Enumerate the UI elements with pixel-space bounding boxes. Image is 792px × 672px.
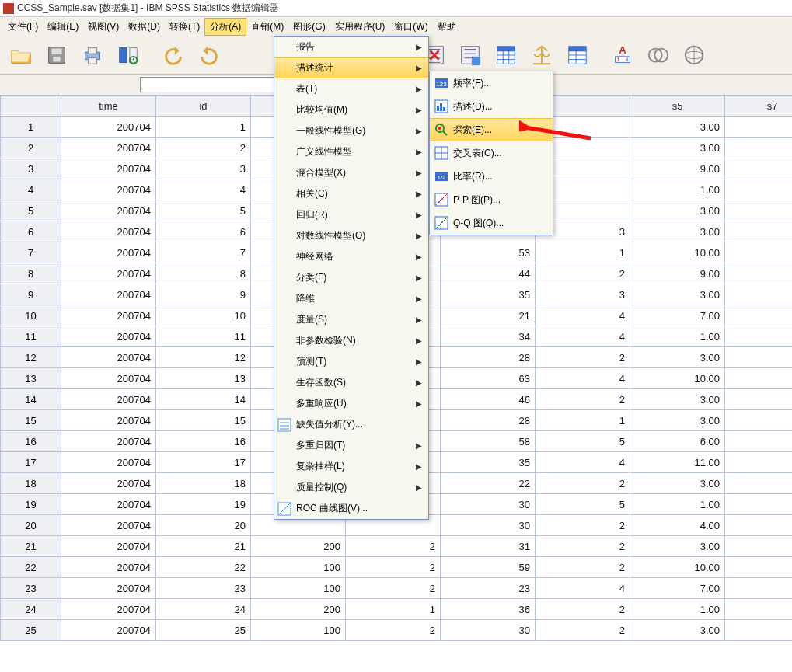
menu-analyze[interactable]: 分析(A) [204, 18, 246, 36]
menu-item[interactable]: 回归(R)▶ [274, 204, 428, 225]
cell[interactable]: 53 [441, 242, 536, 263]
menu-item[interactable]: 生存函数(S)▶ [274, 372, 428, 393]
cell[interactable]: 200704 [61, 515, 156, 536]
cell[interactable]: 2 [725, 158, 793, 179]
cell[interactable]: 23 [156, 578, 251, 599]
cell[interactable]: 5 [536, 494, 630, 515]
cell[interactable]: 11 [156, 326, 251, 347]
cell[interactable]: 2 [156, 138, 251, 158]
menu-item[interactable]: 度量(S)▶ [274, 309, 428, 330]
cell[interactable]: 28 [441, 410, 536, 431]
cell[interactable]: 2 [346, 536, 441, 557]
submenu-item[interactable]: 描述(D)... [430, 95, 553, 118]
cell[interactable]: 200704 [61, 179, 156, 200]
cell[interactable]: 36 [441, 599, 536, 620]
cell[interactable]: 8 [156, 263, 251, 284]
cell[interactable]: 1 [725, 200, 793, 221]
cell[interactable]: 200704 [61, 138, 156, 158]
cell[interactable]: 3 [156, 158, 251, 179]
cell[interactable]: 3.00 [630, 410, 725, 431]
cell[interactable]: 22 [156, 557, 251, 578]
menu-item[interactable]: 降维▶ [274, 288, 428, 309]
cell[interactable]: 200704 [61, 494, 156, 515]
menu-item[interactable]: 缺失值分析(Y)... [274, 414, 428, 435]
menu-view[interactable]: 视图(V) [83, 19, 124, 35]
cell[interactable]: 2 [536, 473, 630, 494]
menu-item[interactable]: 对数线性模型(O)▶ [274, 225, 428, 246]
cell[interactable]: 28 [441, 347, 536, 368]
row-header[interactable]: 7 [1, 242, 61, 263]
cell[interactable]: 2 [536, 389, 630, 410]
cell[interactable]: 10.00 [630, 242, 725, 263]
cell[interactable]: 5 [156, 200, 251, 221]
cell[interactable]: 3.00 [630, 200, 725, 221]
menu-item[interactable]: 分类(F)▶ [274, 267, 428, 288]
cell[interactable]: 1.00 [630, 599, 725, 620]
cell[interactable]: 23 [441, 578, 536, 599]
cell[interactable]: 200704 [61, 452, 156, 473]
row-header[interactable]: 4 [1, 179, 61, 200]
cell[interactable]: 3.00 [630, 389, 725, 410]
cell[interactable]: 3.00 [630, 620, 725, 641]
menu-help[interactable]: 帮助 [433, 19, 461, 35]
cell[interactable]: 200704 [61, 347, 156, 368]
submenu-item[interactable]: Q-Q 图(Q)... [430, 211, 553, 235]
submenu-item[interactable]: 交叉表(C)... [430, 141, 553, 165]
menu-item[interactable]: 混合模型(X)▶ [274, 162, 428, 183]
menu-item[interactable]: 复杂抽样(L)▶ [274, 456, 428, 477]
cell[interactable]: 7.00 [630, 305, 725, 326]
menu-window[interactable]: 窗口(W) [389, 19, 432, 35]
cell[interactable]: 2 [346, 557, 441, 578]
cell[interactable]: 1 [536, 242, 630, 263]
cell[interactable]: 9.00 [630, 263, 725, 284]
row-header[interactable]: 3 [1, 158, 61, 179]
cell[interactable]: 200704 [61, 200, 156, 221]
row-header[interactable]: 20 [1, 515, 61, 536]
cell[interactable]: 2 [536, 347, 630, 368]
menu-file[interactable]: 文件(F) [3, 19, 43, 35]
menu-graphs[interactable]: 图形(G) [288, 19, 330, 35]
menu-item[interactable]: 一般线性模型(G)▶ [274, 120, 428, 141]
cell[interactable]: 63 [441, 368, 536, 389]
col-header[interactable]: s5 [630, 96, 725, 117]
table-button[interactable] [490, 40, 522, 71]
row-header[interactable]: 17 [1, 452, 61, 473]
row-header[interactable]: 6 [1, 221, 61, 242]
cell[interactable]: 2 [725, 138, 793, 158]
menu-transform[interactable]: 转换(T) [165, 19, 204, 35]
row-header[interactable]: 1 [1, 117, 61, 138]
cell[interactable]: 1 [725, 284, 793, 305]
cell[interactable]: 100 [251, 578, 346, 599]
cell[interactable]: 16 [156, 431, 251, 452]
cell[interactable]: 200704 [61, 578, 156, 599]
menu-item[interactable]: ROC 曲线图(V)... [274, 498, 428, 519]
menu-edit[interactable]: 编辑(E) [43, 19, 83, 35]
redo-button[interactable] [193, 40, 225, 71]
cell[interactable]: 4 [536, 578, 630, 599]
menu-item[interactable]: 非参数检验(N)▶ [274, 330, 428, 351]
menu-utilities[interactable]: 实用程序(U) [330, 19, 390, 35]
cell[interactable]: 200704 [61, 557, 156, 578]
cell[interactable]: 1.00 [630, 326, 725, 347]
cell[interactable]: 4 [536, 368, 630, 389]
cell[interactable]: 2 [725, 578, 793, 599]
menu-item[interactable]: 表(T)▶ [274, 78, 428, 99]
corner-cell[interactable] [1, 96, 61, 117]
cell[interactable]: 21 [441, 305, 536, 326]
cell[interactable]: 1 [725, 368, 793, 389]
cell[interactable]: 1 [725, 389, 793, 410]
cell[interactable]: 1 [725, 179, 793, 200]
cell[interactable]: 4 [536, 326, 630, 347]
cell[interactable]: 1 [725, 221, 793, 242]
submenu-item[interactable]: 探索(E)... [430, 118, 553, 141]
globe-button[interactable] [678, 40, 710, 71]
cell[interactable]: 17 [156, 452, 251, 473]
cell[interactable]: 2 [536, 599, 630, 620]
cell[interactable]: 4 [156, 179, 251, 200]
row-header[interactable]: 5 [1, 200, 61, 221]
cell[interactable]: 1.00 [630, 494, 725, 515]
cell[interactable]: 1 [725, 557, 793, 578]
menu-item[interactable]: 比较均值(M)▶ [274, 99, 428, 120]
cell[interactable]: 7 [156, 242, 251, 263]
submenu-item[interactable]: P-P 图(P)... [430, 188, 553, 211]
